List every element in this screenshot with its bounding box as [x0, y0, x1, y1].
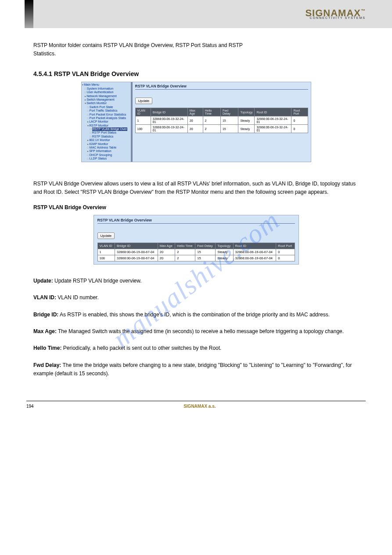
- tree-mac-address-table[interactable]: MAC Address Table: [82, 146, 130, 149]
- tree-rstp-vlan-bridge-overview[interactable]: RSTP VLAN Bridge Over: [82, 127, 130, 131]
- th-topology: Topology: [238, 108, 255, 116]
- intro-text: RSTP Monitor folder contains RSTP VLAN B…: [33, 41, 366, 58]
- nav-tree: Main Menu System Information User Authen…: [82, 82, 133, 161]
- update-button[interactable]: Update: [135, 98, 153, 104]
- th-max-age: Max Age: [158, 243, 175, 249]
- body-text: RSTP VLAN Bridge Overview allows users t…: [33, 180, 366, 196]
- th-root-port: Root Port: [276, 243, 295, 249]
- th-hello-time: Hello Time: [203, 108, 220, 116]
- tree-lacp-monitor[interactable]: LACP Monitor: [82, 120, 130, 123]
- th-topology: Topology: [216, 243, 233, 249]
- th-root-id: Root ID: [255, 108, 291, 116]
- rstp-table-1: VLAN ID Bridge ID Max Age Hello Time Fwd…: [135, 108, 308, 133]
- th-fwd-delay: Fwd Delay: [195, 243, 216, 249]
- th-max-age: Max Age: [187, 108, 203, 116]
- page-number: 194: [26, 404, 34, 409]
- tree-port-packet-error-stats[interactable]: Port Packet Error Statistics: [82, 113, 130, 116]
- tree-port-traffic-statistics[interactable]: Port Traffic Statistics: [82, 109, 130, 112]
- tree-network-management[interactable]: Network Management: [82, 94, 130, 98]
- brand-tm: ™: [361, 8, 366, 13]
- header-accent: [25, 0, 33, 28]
- tree-system-information[interactable]: System Information: [82, 87, 130, 91]
- th-root-id: Root ID: [233, 243, 276, 249]
- tree-sfp-information[interactable]: SFP Information: [82, 149, 130, 153]
- page-footer: 194 SIGNAMAX a.s.: [26, 401, 366, 409]
- tree-main-menu[interactable]: Main Menu: [82, 83, 130, 87]
- tree-dhcp-snooping[interactable]: DHCP Snooping: [82, 153, 130, 157]
- tree-switch-management[interactable]: Switch Management: [82, 98, 130, 102]
- th-bridge-id: Bridge ID: [115, 243, 158, 249]
- brand-logo: SIGNAMAX™ CONNECTIVITY SYSTEMS: [305, 9, 366, 20]
- section-heading: 4.5.4.1 RSTP VLAN Bridge Overview: [33, 70, 366, 77]
- update-button[interactable]: Update: [97, 232, 115, 239]
- tree-user-authentication[interactable]: User Authentication: [82, 91, 130, 94]
- rstp-table-2: VLAN ID Bridge ID Max Age Hello Time Fwd…: [97, 243, 295, 261]
- tree-rstp-port-status[interactable]: RSTP Port Status: [82, 131, 130, 134]
- field-definitions: Update: Update RSTP VLAN bridge overview…: [33, 277, 366, 378]
- tree-port-packet-analysis-stats[interactable]: Port Packet Analysis Statis: [82, 116, 130, 120]
- header-bar: SIGNAMAX™ CONNECTIVITY SYSTEMS: [33, 0, 392, 28]
- brand-tagline: CONNECTIVITY SYSTEMS: [305, 16, 366, 19]
- tree-switch-port-state[interactable]: Switch Port State: [82, 105, 130, 109]
- screenshot-full: Main Menu System Information User Authen…: [81, 82, 311, 162]
- table-row: 10032868:00-06-19-32-24-0120215Steady328…: [135, 125, 308, 133]
- tree-igmp-monitor[interactable]: IGMP Monitor: [82, 142, 130, 146]
- th-vlan-id: VLAN ID: [97, 243, 115, 249]
- table-row: 10032868:00-06-19-00-67-0420215Steady328…: [97, 255, 295, 261]
- panel2-title: RSTP VLAN Bridge Overview: [97, 218, 295, 224]
- tree-rstp-monitor[interactable]: RSTP Monitor: [82, 124, 130, 127]
- tree-8021x-monitor[interactable]: 802.1X Monitor: [82, 138, 130, 142]
- subsection-heading: RSTP VLAN Bridge Overview: [33, 204, 366, 210]
- tree-rstp-statistics[interactable]: RSTP Statistics: [82, 135, 130, 138]
- th-hello-time: Hello Time: [175, 243, 195, 249]
- th-fwd-delay: Fwd Delay: [220, 108, 238, 116]
- table-row: 132868:00-06-19-32-24-0120215Steady32868…: [135, 116, 308, 125]
- th-bridge-id: Bridge ID: [151, 108, 187, 116]
- table-row: 132868:00-06-19-00-67-0420215Steady32868…: [97, 249, 295, 255]
- footer-company: SIGNAMAX a.s.: [183, 404, 216, 409]
- tree-switch-monitor[interactable]: Switch Monitor: [82, 102, 130, 105]
- th-vlan-id: VLAN ID: [135, 108, 151, 116]
- screenshot-panel: RSTP VLAN Bridge Overview Update VLAN ID…: [94, 215, 299, 265]
- tree-lldp-status[interactable]: LLDP Status: [82, 157, 130, 160]
- panel1-title: RSTP VLAN Bridge Overview: [135, 84, 308, 90]
- th-root-port: Root Port: [291, 108, 308, 116]
